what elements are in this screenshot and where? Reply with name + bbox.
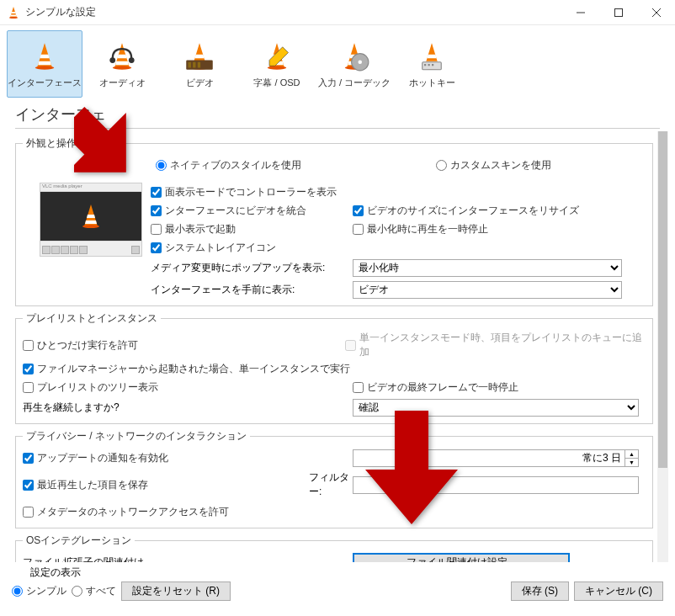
label-file-assoc: ファイル拡張子の関連付け	[23, 555, 353, 562]
chk-pause-last-frame[interactable]: ビデオの最終フレームで一時停止	[353, 379, 518, 396]
label-filter: フィルター:	[309, 470, 353, 499]
minimize-button[interactable]	[561, 0, 599, 25]
svg-point-12	[359, 60, 363, 64]
button-file-assoc[interactable]: ファイル関連付け設定...	[353, 553, 570, 562]
svg-point-5	[109, 57, 115, 63]
chk-resize-interface[interactable]: ビデオのサイズにインターフェースをリサイズ	[353, 202, 579, 219]
footer: 設定の表示 シンプル すべて 設定をリセット (R) 保存 (S) キャンセル …	[12, 566, 663, 609]
chk-filemanager-instance[interactable]: ファイルマネージャーから起動された場合、単一インスタンスで実行	[23, 360, 350, 377]
tab-audio[interactable]: オーディオ	[84, 30, 160, 98]
svg-rect-9	[193, 61, 195, 67]
tab-input[interactable]: 入力 / コーデック	[316, 30, 392, 98]
spinner-up[interactable]: ▲	[625, 450, 638, 459]
svg-point-6	[129, 57, 135, 63]
svg-rect-2	[614, 8, 622, 16]
chk-minimal-view[interactable]: 最小表示で起動	[151, 220, 353, 237]
input-update-days[interactable]	[353, 449, 625, 467]
chk-tree-view[interactable]: プレイリストのツリー表示	[23, 379, 353, 396]
chk-pause-minimize[interactable]: 最小化時に再生を一時停止	[353, 220, 488, 237]
button-reset[interactable]: 設定をリセット (R)	[121, 581, 231, 601]
label-media-popup: メディア変更時にポップアップを表示:	[151, 261, 353, 275]
preview-thumbnail: VLC media player	[40, 183, 142, 257]
maximize-button[interactable]	[599, 0, 637, 25]
group-privacy: プライバシー / ネットワークのインタラクション アップデートの通知を有効化 ▲…	[15, 429, 653, 528]
radio-simple[interactable]: シンプル	[12, 584, 66, 598]
chk-enqueue: 単一インスタンスモード時、項目をプレイリストのキューに追加	[345, 331, 646, 359]
tab-video[interactable]: ビデオ	[162, 30, 237, 98]
svg-rect-8	[189, 61, 191, 67]
settings-content: 外観と操作性 ネイティブのスタイルを使用 カスタムスキンを使用 VLC medi…	[12, 131, 656, 562]
chk-one-instance[interactable]: ひとつだけ実行を許可	[23, 337, 345, 353]
svg-rect-16	[432, 64, 433, 66]
radio-all[interactable]: すべて	[72, 584, 116, 598]
chk-update-notify[interactable]: アップデートの通知を有効化	[23, 449, 353, 466]
tab-interface[interactable]: インターフェース	[7, 30, 82, 98]
chk-fullscreen-controller[interactable]: 面表示モードでコントローラーを表示	[151, 183, 353, 200]
radio-custom-skin[interactable]: カスタムスキンを使用	[436, 158, 551, 173]
chk-systray[interactable]: システムトレイアイコン	[151, 239, 276, 256]
pencil-icon	[260, 40, 294, 73]
button-save[interactable]: 保存 (S)	[511, 581, 569, 601]
chk-save-recent[interactable]: 最近再生した項目を保存	[23, 476, 309, 493]
window-title: シンプルな設定	[25, 5, 561, 19]
chk-integrate-video[interactable]: ンターフェースにビデオを統合	[151, 202, 353, 219]
group-appearance-legend: 外観と操作性	[23, 136, 90, 151]
app-icon	[7, 6, 20, 19]
svg-rect-14	[424, 64, 426, 66]
scrollbar-thumb[interactable]	[658, 131, 667, 468]
tab-hotkeys[interactable]: ホットキー	[394, 30, 470, 98]
close-button[interactable]	[637, 0, 675, 25]
group-os-legend: OSインテグレーション	[23, 534, 135, 548]
tab-subtitles[interactable]: 字幕 / OSD	[239, 30, 315, 98]
select-media-popup[interactable]: 最小化時	[353, 259, 622, 277]
page-title: インターフェ	[0, 98, 675, 128]
label-continue-playback: 再生を継続しますか?	[23, 401, 353, 415]
titlebar: シンプルな設定	[0, 0, 675, 25]
category-tabs: インターフェース オーディオ ビデオ 字幕 / OSD 入力 / コーデック ホ…	[0, 25, 675, 98]
divider	[15, 128, 660, 129]
group-appearance: 外観と操作性 ネイティブのスタイルを使用 カスタムスキンを使用 VLC medi…	[15, 136, 653, 306]
select-raise-interface[interactable]: ビデオ	[353, 281, 622, 299]
disc-icon	[338, 40, 371, 73]
group-os: OSインテグレーション ファイル拡張子の関連付け ファイル関連付け設定...	[15, 534, 653, 562]
select-continue-playback[interactable]: 確認	[353, 399, 639, 417]
button-cancel[interactable]: キャンセル (C)	[574, 581, 663, 601]
spinner-down[interactable]: ▼	[625, 459, 638, 466]
svg-rect-15	[428, 64, 430, 66]
group-privacy-legend: プライバシー / ネットワークのインタラクション	[23, 429, 250, 443]
scrollbar[interactable]	[657, 131, 668, 562]
radio-native-style[interactable]: ネイティブのスタイルを使用	[156, 158, 301, 173]
headphones-icon	[105, 40, 139, 73]
group-playlist-legend: プレイリストとインスタンス	[23, 311, 161, 326]
keyboard-icon	[415, 40, 449, 73]
cone-icon	[28, 40, 61, 73]
svg-rect-10	[198, 61, 200, 67]
group-playlist: プレイリストとインスタンス ひとつだけ実行を許可 単一インスタンスモード時、項目…	[15, 311, 653, 424]
label-show-settings: 設定の表示	[30, 566, 81, 580]
input-filter[interactable]	[353, 476, 639, 494]
label-raise-interface: インターフェースを手前に表示:	[151, 283, 353, 297]
chk-metadata-network[interactable]: メタデータのネットワークアクセスを許可	[23, 503, 229, 520]
film-icon	[183, 40, 216, 73]
